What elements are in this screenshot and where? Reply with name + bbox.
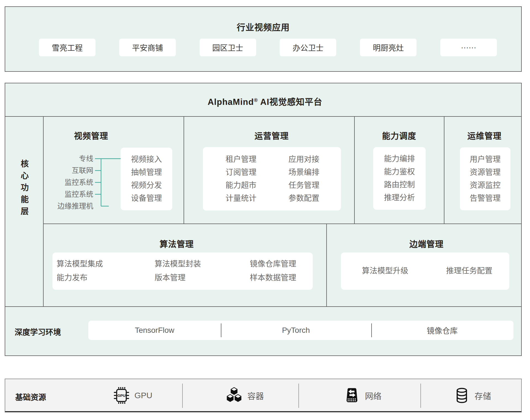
algo-mgmt-title: 算法管理: [146, 237, 207, 249]
core-layer-sidebar: 核心功能层: [5, 160, 43, 219]
app-chip-more: ······: [440, 39, 497, 56]
video-source-label: 边缘推理机: [44, 202, 93, 210]
base-item-network: 网络: [343, 387, 381, 404]
algo-col-3: 镜像仓库管理 样本数据管理: [250, 257, 296, 285]
base-resources-label: 基础资源: [15, 391, 46, 402]
registered-mark: ®: [254, 97, 258, 103]
base-divider: [420, 384, 421, 408]
base-item-gpu: GPU GPU: [113, 387, 152, 404]
gpu-chip-icon: GPU: [113, 387, 130, 404]
algo-col-1: 算法模型集成 能力发布: [57, 257, 103, 285]
app-chip-pingan: 平安商铺: [119, 39, 176, 56]
base-divider: [298, 384, 299, 408]
platform-title-suffix: AI视觉感知平台: [258, 97, 322, 107]
industry-apps-title: 行业视频应用: [5, 20, 521, 33]
grid-line-col2: [354, 116, 355, 224]
algo-mgmt-card: 算法模型集成 能力发布 算法模型封装 版本管理 镜像仓库管理 样本数据管理: [52, 252, 313, 290]
svg-text:GPU: GPU: [117, 394, 126, 398]
grid-line-row-split: [43, 224, 522, 224]
platform-brand: AlphaMind: [208, 97, 254, 107]
video-source-label: 监控系统: [44, 190, 93, 198]
grid-line-sidebar: [43, 116, 44, 306]
industry-app-chip-row: 雪亮工程 平安商铺 园区卫士 办公卫士 明厨亮灶 ······: [39, 39, 497, 56]
storage-icon: [454, 387, 470, 404]
video-source-label: 专线: [44, 155, 93, 163]
dl-env-tensorflow: TensorFlow: [113, 321, 196, 340]
video-mgmt-title: 视频管理: [61, 129, 121, 141]
ops-mgmt-card: 租户管理 订阅管理 能力超市 计量统计 应用对接 场景编排 任务管理 参数配置: [203, 147, 341, 211]
network-icon: [343, 387, 361, 404]
app-chip-mingchu: 明厨亮灶: [360, 39, 417, 56]
grid-line-dl-top: [5, 306, 522, 307]
edge-mgmt-title: 边端管理: [396, 237, 457, 249]
capability-sched-title: 能力调度: [369, 129, 430, 141]
video-mgmt-card: 视频接入 抽帧管理 视频分发 设备管理: [121, 148, 172, 210]
core-layer-label: 核心功能层: [18, 160, 30, 219]
app-chip-xueliang: 雪亮工程: [39, 39, 96, 56]
dl-env-registry: 镜像仓库: [401, 321, 484, 340]
platform-title: AlphaMind® AI视觉感知平台: [0, 95, 530, 107]
grid-line-col1: [184, 116, 184, 224]
video-source-label: 互联网: [44, 167, 93, 174]
edge-mgmt-card: 算法模型升级 推理任务配置: [341, 252, 509, 290]
capability-sched-card: 能力编排 能力鉴权 路由控制 推理分析: [373, 147, 426, 210]
algo-col-2: 算法模型封装 版本管理: [155, 257, 201, 285]
dl-env-pytorch: PyTorch: [255, 321, 337, 340]
base-divider: [182, 384, 183, 408]
container-icon: [225, 387, 243, 404]
grid-line-row2-split: [326, 224, 327, 306]
video-source-label: 监控系统: [44, 179, 93, 186]
dl-env-label: 深度学习环境: [15, 326, 61, 337]
maintenance-mgmt-title: 运维管理: [454, 129, 515, 141]
maintenance-mgmt-card: 用户管理 资源管理 资源监控 告警管理: [460, 147, 510, 210]
app-chip-bangong: 办公卫士: [280, 39, 336, 56]
dl-env-bar: TensorFlow PyTorch 镜像仓库: [88, 321, 513, 340]
dl-divider: [371, 323, 372, 337]
base-item-storage: 存储: [454, 387, 491, 404]
app-chip-yuanqu: 园区卫士: [200, 39, 256, 56]
dl-divider: [221, 323, 221, 337]
video-source-connector-lines: [94, 155, 124, 210]
base-item-container: 容器: [225, 387, 264, 404]
ops-mgmt-title: 运营管理: [241, 129, 302, 141]
architecture-diagram: 行业视频应用 雪亮工程 平安商铺 园区卫士 办公卫士 明厨亮灶 ······ A…: [0, 0, 530, 420]
grid-line-col3: [444, 116, 444, 224]
